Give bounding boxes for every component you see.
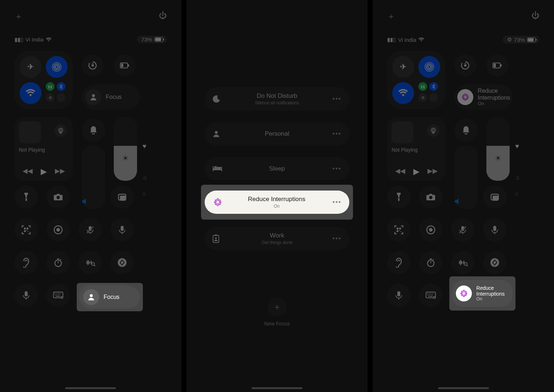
airplay-icon[interactable] [55,124,67,137]
focus-sleep[interactable]: Sleep ••• [205,157,350,180]
svg-rect-6 [121,64,123,67]
play-button[interactable]: ▶ [413,167,419,176]
svg-rect-102 [430,295,431,295]
orientation-lock-toggle[interactable] [82,55,104,76]
more-icon[interactable]: ••• [330,165,341,173]
play-button[interactable]: ▶ [41,167,47,176]
focus-button-highlighted[interactable]: Focus [80,286,140,308]
airplane-mode-toggle[interactable]: ✈ [20,56,41,78]
panel-3-control-center-active: ＋ ⏻ ▮▮▯ Vi India ⚙ 73% ✈ [373,0,554,392]
timer-button[interactable] [419,251,442,274]
bluetooth-cellular-group[interactable]: ▮▮ ⊘ [46,82,68,104]
battery-status[interactable]: 73% [137,36,167,43]
flashlight-button[interactable] [15,185,38,209]
power-icon[interactable]: ⏻ [159,11,167,22]
svg-rect-46 [56,296,60,297]
wifi-toggle[interactable] [20,82,41,104]
svg-point-58 [428,65,431,68]
svg-point-11 [57,196,60,199]
keyboard-button[interactable] [419,284,442,307]
airdrop-toggle[interactable] [418,56,440,78]
power-icon[interactable]: ⏻ [531,11,539,22]
more-icon[interactable]: ••• [330,95,341,103]
shazam-button[interactable] [483,251,506,274]
airplane-mode-toggle[interactable]: ✈ [392,56,414,78]
home-indicator[interactable] [65,387,116,389]
home-indicator[interactable] [252,387,302,389]
wifi-toggle[interactable] [392,82,414,104]
focus-reduce-interruptions[interactable]: Reduce Interruptions On ••• [205,191,350,214]
panel-1-control-center: ＋ ⏻ ▮▮▯ Vi India 73% ✈ [0,0,181,392]
wifi-icon [46,37,52,42]
qr-scan-button[interactable] [15,218,38,241]
stage-manager-button[interactable] [483,185,506,209]
next-track-button[interactable]: ▶▶ [427,167,438,176]
focus-personal[interactable]: Personal ••• [205,122,350,145]
low-power-mode-toggle[interactable] [486,55,508,76]
media-module[interactable]: Not Playing ◀◀ ▶ ▶▶ [387,117,445,181]
wifi-icon [418,37,424,42]
hearing-button[interactable] [387,251,410,274]
screen-record-button[interactable] [419,218,442,241]
camera-button[interactable] [47,185,70,209]
orientation-lock-toggle[interactable] [454,55,476,76]
qr-scan-button[interactable] [387,218,410,241]
focus-button-active[interactable]: Reduce Interruptions On [454,84,513,110]
airdrop-toggle[interactable] [46,56,68,78]
home-indicator[interactable] [438,387,489,389]
dictation-button[interactable] [15,284,38,307]
focus-work[interactable]: Work Get things done ••• [205,227,350,250]
svg-line-90 [467,265,468,266]
connectivity-module[interactable]: ✈ ▮▮ ⊘ [15,51,73,109]
previous-track-button[interactable]: ◀◀ [23,167,33,176]
add-control-button[interactable]: ＋ [387,11,395,22]
focus-button[interactable]: Focus [82,84,140,110]
hearing-button[interactable] [15,251,38,274]
timer-button[interactable] [47,251,70,274]
ringer-toggle[interactable] [82,119,105,142]
connectivity-module[interactable]: ✈ ▮▮ ⊘ [387,51,445,109]
lock-shortcut-icon[interactable]: ☰ [515,192,518,196]
keyboard-button[interactable] [47,284,70,307]
lock-shortcut-icon[interactable]: ☰ [142,192,146,196]
more-icon[interactable]: ••• [330,199,341,206]
camera-button[interactable] [419,185,442,209]
shazam-button[interactable] [111,251,134,274]
screen-record-button[interactable] [47,218,70,241]
focus-item-title: Work [230,232,324,239]
voice-memo-button[interactable] [483,218,506,241]
signal-icon: ▮▮▯ [15,36,23,43]
airplay-icon[interactable] [427,124,439,137]
sound-recognition-button[interactable] [451,251,474,274]
sound-recognition-button[interactable] [79,251,102,274]
svg-point-57 [216,200,220,204]
favorite-icon[interactable]: ♥ [515,143,519,150]
more-icon[interactable]: ••• [330,130,341,138]
low-power-mode-toggle[interactable] [114,55,136,76]
music-shortcut-icon[interactable]: ♫ [515,175,519,181]
more-icon[interactable]: ••• [330,235,341,243]
media-module[interactable]: Not Playing ◀◀ ▶ ▶▶ [15,117,73,181]
favorite-icon[interactable]: ♥ [142,143,146,150]
battery-status[interactable]: ⚙ 73% [503,36,539,44]
music-shortcut-icon[interactable]: ♫ [142,175,147,181]
bluetooth-cellular-group[interactable]: ▮▮ ⊘ [418,82,440,104]
dictation-button[interactable] [387,284,410,307]
ringer-toggle[interactable] [454,119,478,142]
mic-mute-button[interactable] [451,218,474,241]
add-control-button[interactable]: ＋ [15,11,23,22]
previous-track-button[interactable]: ◀◀ [395,167,405,176]
svg-rect-39 [57,293,58,294]
new-focus-button[interactable]: ＋ New Focus [186,297,368,327]
focus-button-active-highlighted[interactable]: Reduce Interruptions On [452,280,513,307]
voice-memo-button[interactable] [111,218,134,241]
brightness-slider[interactable]: ☀ [486,117,510,181]
brightness-slider[interactable]: ☀ [114,117,137,181]
next-track-button[interactable]: ▶▶ [55,167,65,176]
reduce-interruptions-icon [456,285,472,301]
flashlight-button[interactable] [387,185,410,209]
stage-manager-button[interactable] [111,185,134,209]
mic-mute-button[interactable] [79,218,102,241]
focus-do-not-disturb[interactable]: Do Not Disturb Silence all notifications… [205,87,350,111]
svg-rect-95 [427,293,428,294]
